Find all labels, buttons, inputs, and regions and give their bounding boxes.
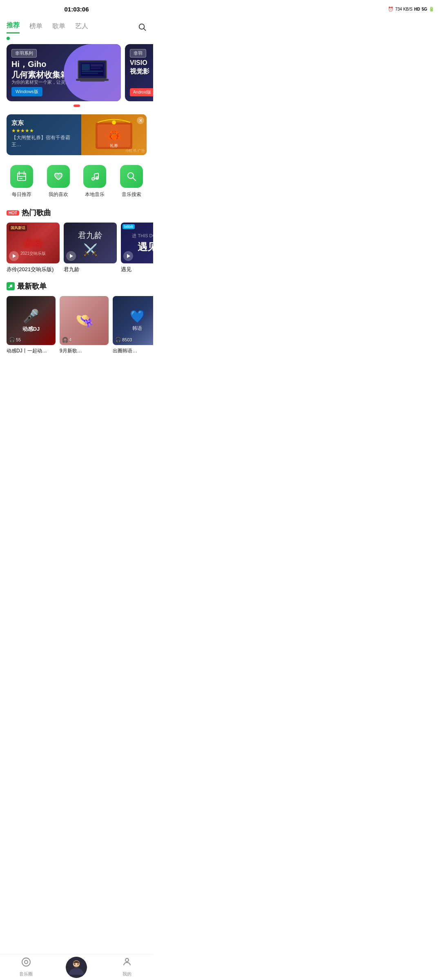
playlist-card-2[interactable]: 💙 韩语 🎧 8503 出圈韩语… <box>113 296 153 354</box>
ad-brand: 京东 <box>11 119 76 127</box>
banner-windows-btn[interactable]: Windows版 <box>11 87 42 96</box>
hot-badge: HOT <box>7 210 19 216</box>
banner-area: 非羽系列 Hi，Giho 几何素材收集箱 为你的素材安一个家，让灵感不再流浪 W… <box>0 40 153 111</box>
banner-dots <box>0 105 153 107</box>
banner-second-label: 非羽 <box>130 49 146 58</box>
tab-artist[interactable]: 艺人 <box>75 22 88 33</box>
playlist-thumb-1: 👒 🎧 4 <box>60 296 109 345</box>
music-search-icon <box>120 165 143 188</box>
headphone-icon-2: 🎧 <box>115 337 121 343</box>
my-likes-label: 我的喜欢 <box>49 191 68 198</box>
playlist-thumb-0: 🎤 动感DJ 🎧 55 <box>7 296 56 345</box>
banner-label: 非羽系列 <box>11 49 37 58</box>
headphone-icon-0: 🎧 <box>9 337 15 343</box>
quick-my-likes[interactable]: 我的喜欢 <box>47 165 70 198</box>
svg-rect-10 <box>82 71 103 72</box>
banner-container: 非羽系列 Hi，Giho 几何素材收集箱 为你的素材安一个家，让灵感不再流浪 W… <box>0 44 153 101</box>
svg-rect-9 <box>91 67 101 69</box>
playlist-name-0: 动感DJ丨一起动… <box>7 347 56 354</box>
playlist-name-1: 9月新歌… <box>60 347 109 354</box>
daily-recommend-label: 每日推荐 <box>12 191 31 198</box>
svg-line-29 <box>133 178 136 180</box>
ad-close-icon[interactable]: ✕ <box>137 117 144 124</box>
song-thumb-2: bilibili 进 THIS DOOR 遇见 <box>121 223 153 263</box>
laptop-icon <box>72 58 113 87</box>
playlist-thumb-2: 💙 韩语 🎧 8503 <box>113 296 153 345</box>
tab-chart[interactable]: 榜单 <box>29 22 42 33</box>
svg-line-25 <box>94 173 98 174</box>
ad-tag: 小红书·广告 <box>125 148 145 154</box>
search-icon[interactable] <box>138 22 147 33</box>
quick-daily-recommend[interactable]: 每日推荐 <box>10 165 33 198</box>
playlists-scroll: 🎤 动感DJ 🎧 55 动感DJ丨一起动… 👒 <box>0 296 153 359</box>
new-playlists-title: 最新歌单 <box>17 281 47 291</box>
quick-music-search[interactable]: 音乐搜索 <box>120 165 143 198</box>
song-name-1: 君九龄 <box>64 266 117 273</box>
music-search-label: 音乐搜索 <box>122 191 141 198</box>
new-playlists-header: 最新歌单 <box>0 278 153 296</box>
playlist-count-1: 🎧 4 <box>62 337 71 343</box>
tab-recommend[interactable]: 推荐 <box>7 21 20 33</box>
svg-rect-7 <box>82 64 90 70</box>
ad-banner[interactable]: 京东 ★★★★★ 【大闸蟹礼券】宿有千香霸王… 🦀 礼券 ✕ 小红书·广告 <box>7 114 147 155</box>
song-card-1[interactable]: 君九龄 ⚔️ 君九龄 <box>64 223 117 273</box>
banner-dot-1 <box>74 105 80 107</box>
active-tab-dot <box>7 37 10 40</box>
playlist-card-0[interactable]: 🎤 动感DJ 🎧 55 动感DJ丨一起动… <box>7 296 56 354</box>
tab-playlist[interactable]: 歌单 <box>52 22 65 33</box>
svg-line-1 <box>144 29 146 31</box>
svg-point-16 <box>112 120 116 125</box>
svg-rect-11 <box>82 73 98 74</box>
banner-title: Hi，Giho 几何素材收集箱 <box>11 59 69 80</box>
status-bar: 01:03:06 ⏰ 734 KB/S HD 5G 🔋 <box>0 0 153 18</box>
daily-recommend-icon <box>10 165 33 188</box>
ad-content: 京东 ★★★★★ 【大闸蟹礼券】宿有千香霸王… <box>7 114 81 155</box>
quick-local-music[interactable]: 本地音乐 <box>83 165 106 198</box>
song-card-2[interactable]: bilibili 进 THIS DOOR 遇见 遇见 <box>121 223 153 273</box>
song-thumb-1: 君九龄 ⚔️ <box>64 223 117 263</box>
song-card-0[interactable]: 国风新话 赤伶 2021交响乐版 赤伶(2021交响乐版) <box>7 223 60 273</box>
svg-rect-5 <box>80 81 105 82</box>
local-music-icon <box>83 165 106 188</box>
playlist-count-0: 🎧 55 <box>9 337 21 343</box>
svg-text:🦀: 🦀 <box>107 128 121 142</box>
ad-desc: 【大闸蟹礼券】宿有千香霸王… <box>11 134 76 148</box>
song-play-0[interactable] <box>9 251 19 261</box>
banner-second[interactable]: 非羽 VISIO 视觉影 Android版 <box>125 44 153 101</box>
playlist-name-2: 出圈韩语… <box>113 347 153 354</box>
song-name-2: 遇见 <box>121 266 153 273</box>
svg-rect-8 <box>91 64 103 67</box>
local-music-label: 本地音乐 <box>85 191 105 198</box>
my-likes-icon <box>47 165 70 188</box>
song-thumb-0: 国风新话 赤伶 2021交响乐版 <box>7 223 60 263</box>
svg-text:礼券: 礼券 <box>110 143 118 148</box>
quick-menu: 每日推荐 我的喜欢 本地音乐 <box>0 158 153 205</box>
svg-point-0 <box>139 24 145 29</box>
song-name-0: 赤伶(2021交响乐版) <box>7 266 60 273</box>
nav-tabs: 推荐 榜单 歌单 艺人 <box>0 18 153 35</box>
banner-android-btn[interactable]: Android版 <box>130 88 153 96</box>
banner-main[interactable]: 非羽系列 Hi，Giho 几何素材收集箱 为你的素材安一个家，让灵感不再流浪 W… <box>7 44 121 101</box>
hot-songs-scroll: 国风新话 赤伶 2021交响乐版 赤伶(2021交响乐版) 君九龄 ⚔️ <box>0 223 153 278</box>
ad-stars: ★★★★★ <box>11 128 76 134</box>
song-play-1[interactable] <box>66 251 76 261</box>
song-play-2[interactable] <box>123 251 133 261</box>
music-note-badge <box>7 282 15 290</box>
headphone-icon-1: 🎧 <box>62 337 68 343</box>
banner-second-title: VISIO 视觉影 <box>130 59 149 76</box>
svg-rect-4 <box>76 79 109 81</box>
hot-songs-header: HOT 热门歌曲 <box>0 205 153 223</box>
playlist-count-2: 🎧 8503 <box>115 337 132 343</box>
playlist-card-1[interactable]: 👒 🎧 4 9月新歌… <box>60 296 109 354</box>
status-time: 01:03:06 <box>7 6 147 13</box>
hot-songs-title: 热门歌曲 <box>22 208 51 218</box>
